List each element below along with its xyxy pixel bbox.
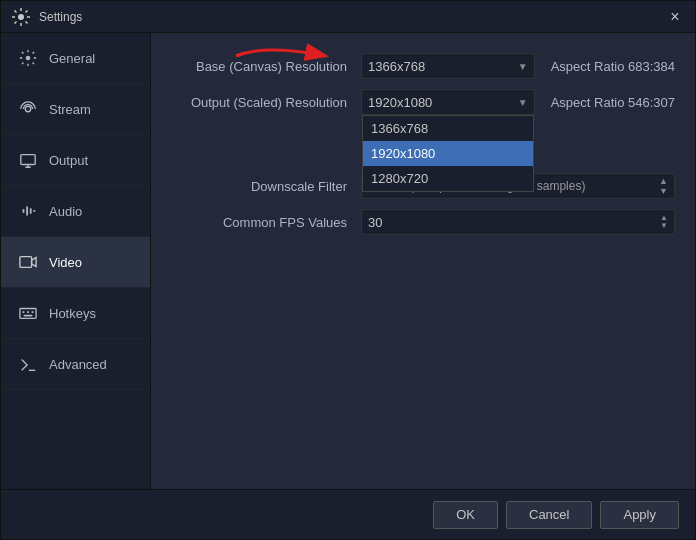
fps-down-arrow[interactable]: ▼ bbox=[660, 222, 668, 230]
resolution-option-1280[interactable]: 1280x720 bbox=[363, 166, 533, 191]
ok-button[interactable]: OK bbox=[433, 501, 498, 529]
dropdown-arrow-output: ▼ bbox=[518, 97, 528, 108]
output-icon bbox=[17, 149, 39, 171]
base-resolution-control: 1366x768 ▼ Aspect Ratio 683:384 bbox=[361, 53, 675, 79]
sidebar-item-video[interactable]: Video bbox=[1, 237, 150, 288]
svg-point-2 bbox=[25, 106, 30, 111]
svg-rect-4 bbox=[20, 257, 32, 268]
output-resolution-control: 1920x1080 ▼ 1366x768 1920x1080 1280x720 bbox=[361, 89, 675, 115]
output-resolution-label: Output (Scaled) Resolution bbox=[171, 95, 361, 110]
video-icon bbox=[17, 251, 39, 273]
sidebar-item-output[interactable]: Output bbox=[1, 135, 150, 186]
svg-rect-5 bbox=[20, 309, 36, 319]
output-resolution-row: Output (Scaled) Resolution 1920x1080 ▼ 1… bbox=[171, 89, 675, 115]
resolution-option-1920[interactable]: 1920x1080 bbox=[363, 141, 533, 166]
sidebar-item-stream[interactable]: Stream bbox=[1, 84, 150, 135]
fps-spinbox[interactable]: 30 ▲ ▼ bbox=[361, 209, 675, 235]
svg-rect-9 bbox=[24, 315, 33, 317]
sidebar-item-general[interactable]: General bbox=[1, 33, 150, 84]
svg-point-1 bbox=[26, 56, 31, 61]
dropdown-arrow-base: ▼ bbox=[518, 61, 528, 72]
audio-icon bbox=[17, 200, 39, 222]
window-title: Settings bbox=[39, 10, 82, 24]
sidebar-label-advanced: Advanced bbox=[49, 357, 107, 372]
sidebar-item-advanced[interactable]: Advanced bbox=[1, 339, 150, 390]
svg-rect-3 bbox=[21, 155, 35, 165]
fps-spinbox-arrows: ▲ ▼ bbox=[660, 209, 668, 235]
app-icon bbox=[11, 7, 31, 27]
svg-point-0 bbox=[18, 14, 24, 20]
sidebar-item-hotkeys[interactable]: Hotkeys bbox=[1, 288, 150, 339]
sidebar-label-hotkeys: Hotkeys bbox=[49, 306, 96, 321]
main-panel: Base (Canvas) Resolution 1366x768 ▼ Aspe… bbox=[151, 33, 695, 489]
base-aspect-ratio: Aspect Ratio 683:384 bbox=[551, 59, 675, 74]
sidebar-item-audio[interactable]: Audio bbox=[1, 186, 150, 237]
gear-icon bbox=[17, 47, 39, 69]
fps-control: 30 ▲ ▼ bbox=[361, 209, 675, 235]
svg-rect-8 bbox=[32, 311, 34, 313]
downscale-filter-label: Downscale Filter bbox=[171, 179, 361, 194]
sidebar-label-general: General bbox=[49, 51, 95, 66]
fps-label: Common FPS Values bbox=[171, 215, 361, 230]
svg-rect-6 bbox=[23, 311, 25, 313]
sidebar-label-video: Video bbox=[49, 255, 82, 270]
close-button[interactable]: × bbox=[665, 7, 685, 27]
fps-value: 30 bbox=[368, 215, 382, 230]
base-resolution-value: 1366x768 bbox=[368, 59, 425, 74]
settings-window: Settings × General bbox=[0, 0, 696, 540]
advanced-icon bbox=[17, 353, 39, 375]
fps-row: Common FPS Values 30 ▲ ▼ bbox=[171, 209, 675, 235]
output-aspect-ratio: Aspect Ratio 546:307 bbox=[551, 95, 675, 110]
annotation-arrow bbox=[226, 38, 336, 77]
content-area: General Stream bbox=[1, 33, 695, 489]
keyboard-icon bbox=[17, 302, 39, 324]
sidebar-label-output: Output bbox=[49, 153, 88, 168]
output-resolution-dropdown[interactable]: 1920x1080 ▼ 1366x768 1920x1080 1280x720 bbox=[361, 89, 535, 115]
output-resolution-value: 1920x1080 bbox=[368, 95, 432, 110]
apply-button[interactable]: Apply bbox=[600, 501, 679, 529]
sidebar-label-stream: Stream bbox=[49, 102, 91, 117]
svg-rect-7 bbox=[27, 311, 29, 313]
sidebar: General Stream bbox=[1, 33, 151, 489]
titlebar: Settings × bbox=[1, 1, 695, 33]
cancel-button[interactable]: Cancel bbox=[506, 501, 592, 529]
base-resolution-dropdown[interactable]: 1366x768 ▼ bbox=[361, 53, 535, 79]
sidebar-label-audio: Audio bbox=[49, 204, 82, 219]
stream-icon bbox=[17, 98, 39, 120]
dropdown-arrow-downscale: ▲▼ bbox=[659, 176, 668, 196]
titlebar-left: Settings bbox=[11, 7, 82, 27]
footer: OK Cancel Apply bbox=[1, 489, 695, 539]
resolution-option-1366[interactable]: 1366x768 bbox=[363, 116, 533, 141]
output-resolution-menu: 1366x768 1920x1080 1280x720 bbox=[362, 115, 534, 192]
